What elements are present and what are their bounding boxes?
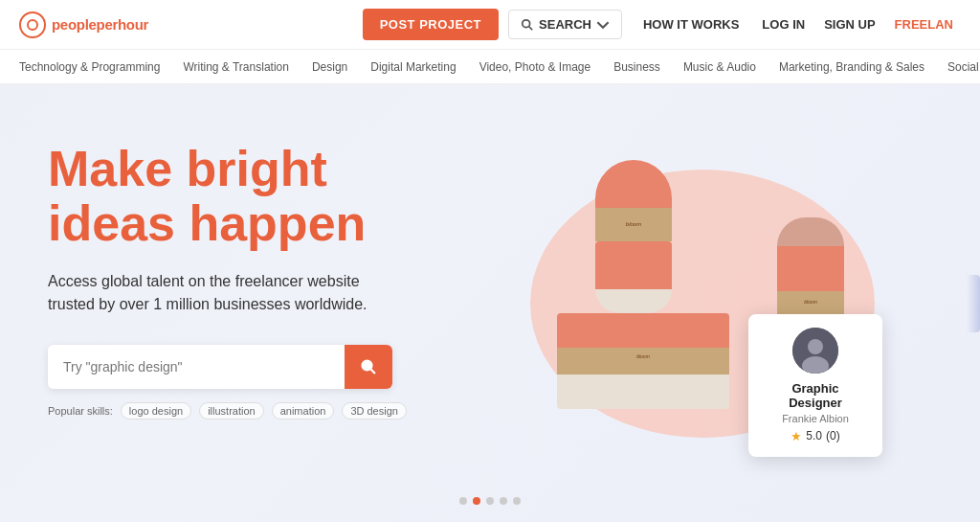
- category-nav-item[interactable]: Social Media: [947, 60, 980, 74]
- carousel-dot-2[interactable]: [473, 497, 480, 505]
- svg-line-3: [371, 370, 376, 374]
- rating-value: 5.0: [806, 429, 822, 443]
- signup-link[interactable]: SIGN UP: [816, 17, 882, 32]
- hero-search-box: [48, 345, 392, 389]
- carousel-dot-4[interactable]: [500, 497, 507, 505]
- hero-search-input[interactable]: [48, 346, 345, 388]
- header-nav: POST PROJECT SEARCH HOW IT WORKS LOG IN …: [363, 9, 961, 40]
- svg-point-2: [363, 361, 372, 371]
- category-nav: Technology & ProgrammingWriting & Transl…: [0, 50, 980, 84]
- category-nav-item[interactable]: Technology & Programming: [19, 60, 160, 74]
- freelancer-card: Graphic Designer Frankie Albion ★ 5.0 (0…: [748, 314, 882, 457]
- star-icon: ★: [791, 429, 802, 443]
- avatar-image: [792, 328, 838, 374]
- product-scene: bloom bloom bloom: [538, 122, 902, 486]
- post-project-button[interactable]: POST PROJECT: [363, 9, 499, 40]
- product-tall-left: bloom: [595, 160, 672, 313]
- product-flat-box: bloom: [557, 313, 729, 409]
- popular-skills: Popular skills: logo design illustration…: [48, 402, 421, 420]
- search-icon: [521, 18, 534, 32]
- category-nav-item[interactable]: Business: [613, 60, 660, 74]
- svg-point-5: [808, 339, 823, 354]
- avatar: [792, 328, 838, 374]
- svg-line-1: [529, 26, 533, 30]
- hero-search-button[interactable]: [345, 345, 392, 389]
- chevron-down-icon: [596, 18, 610, 32]
- search-button[interactable]: SEARCH: [508, 10, 622, 39]
- category-nav-item[interactable]: Digital Marketing: [370, 60, 456, 74]
- hero-subtitle: Access global talent on the freelancer w…: [48, 270, 421, 316]
- hero-right: bloom bloom bloom: [459, 84, 980, 522]
- category-nav-item[interactable]: Music & Audio: [683, 60, 756, 74]
- search-icon: [360, 358, 377, 375]
- skill-tag-logo-design[interactable]: logo design: [121, 402, 191, 420]
- category-nav-item[interactable]: Video, Photo & Image: [479, 60, 591, 74]
- logo[interactable]: peopleperhour: [19, 11, 148, 38]
- card-name: Frankie Albion: [782, 413, 849, 424]
- card-role: Graphic Designer: [764, 381, 867, 410]
- carousel-dot-3[interactable]: [486, 497, 494, 505]
- skill-tag-animation[interactable]: animation: [272, 402, 335, 420]
- right-edge-hint: [967, 275, 980, 332]
- header: peopleperhour POST PROJECT SEARCH HOW IT…: [0, 0, 980, 50]
- category-nav-item[interactable]: Writing & Translation: [183, 60, 289, 74]
- category-nav-item[interactable]: Design: [312, 60, 347, 74]
- svg-point-0: [523, 19, 530, 27]
- carousel-dots: [459, 497, 521, 505]
- logo-icon: [19, 11, 46, 38]
- login-link[interactable]: LOG IN: [754, 17, 813, 32]
- carousel-dot-1[interactable]: [459, 497, 467, 505]
- freelan-link[interactable]: FREELAN: [887, 17, 961, 32]
- category-nav-item[interactable]: Marketing, Branding & Sales: [779, 60, 924, 74]
- review-count: (0): [826, 429, 840, 443]
- popular-skills-label: Popular skills:: [48, 405, 113, 417]
- skill-tag-3d-design[interactable]: 3D design: [342, 402, 407, 420]
- hero-left: Make bright ideas happen Access global t…: [0, 84, 459, 522]
- skill-tag-illustration[interactable]: illustration: [199, 402, 264, 420]
- logo-text: peopleperhour: [52, 16, 148, 33]
- hero-section: Make bright ideas happen Access global t…: [0, 84, 980, 522]
- carousel-dot-5[interactable]: [513, 497, 521, 505]
- card-rating: ★ 5.0 (0): [791, 429, 839, 443]
- hero-title: Make bright ideas happen: [48, 142, 421, 251]
- how-it-works-link[interactable]: HOW IT WORKS: [632, 17, 750, 32]
